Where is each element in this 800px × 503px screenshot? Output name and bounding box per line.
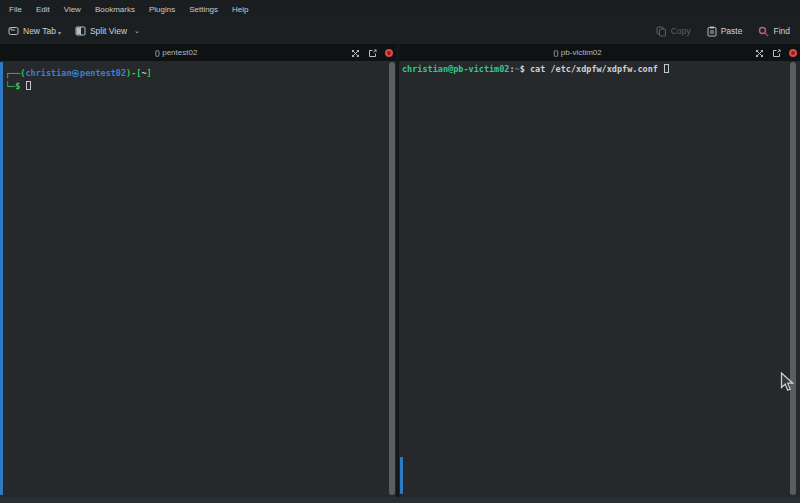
split-view-chevron-down-icon[interactable]: ⌄ [134, 27, 140, 35]
find-magnifier-icon [758, 26, 769, 37]
prompt-dollar: $ [520, 64, 530, 74]
right-pane-scrollbar[interactable] [790, 62, 796, 495]
terminal-cursor [664, 64, 669, 73]
left-pane-focus-bar [0, 62, 3, 495]
close-pane-button[interactable] [385, 49, 393, 57]
left-pane-title: () pentest02 [0, 44, 352, 61]
close-pane-button[interactable] [789, 49, 797, 57]
right-pane-header[interactable]: () pb-victim02 [399, 44, 800, 61]
menu-view[interactable]: View [57, 5, 88, 14]
typed-command: cat /etc/xdpfw/xdpfw.conf [530, 64, 663, 74]
prompt-frame: )-[ [126, 68, 141, 78]
menu-bookmarks[interactable]: Bookmarks [88, 5, 142, 14]
left-terminal-output: ┌──(christian㉿pentest02)-[~] └─$ [0, 61, 396, 92]
prompt-frame: ┌──( [5, 68, 25, 78]
maximize-pane-icon[interactable] [755, 44, 764, 62]
menu-settings[interactable]: Settings [182, 5, 225, 14]
copy-button: Copy [656, 26, 691, 37]
left-pane-scrollbar[interactable] [389, 62, 395, 495]
new-tab-dropdown-caret[interactable]: ▾ [58, 29, 61, 36]
prompt-userhost: christian@pb-victim02 [402, 64, 509, 74]
menu-edit[interactable]: Edit [29, 5, 57, 14]
konsole-window: File Edit View Bookmarks Plugins Setting… [0, 0, 800, 503]
right-terminal-pane[interactable]: christian@pb-victim02:~$ cat /etc/xdpfw/… [399, 61, 800, 497]
right-pane-title: () pb-victim02 [399, 44, 756, 61]
new-tab-button[interactable]: New Tab ▾ [8, 26, 61, 36]
split-view-label: Split View [90, 26, 127, 36]
menu-plugins[interactable]: Plugins [142, 5, 182, 14]
new-tab-label: New Tab [23, 26, 56, 36]
maximize-pane-icon[interactable] [351, 44, 360, 62]
detach-pane-icon[interactable] [772, 44, 781, 62]
left-terminal-pane[interactable]: ┌──(christian㉿pentest02)-[~] └─$ [0, 61, 396, 497]
new-tab-icon [8, 26, 19, 36]
menu-help[interactable]: Help [225, 5, 255, 14]
prompt-frame: ] [147, 68, 152, 78]
mouse-pointer-icon [780, 372, 795, 397]
menubar: File Edit View Bookmarks Plugins Setting… [0, 0, 800, 18]
copy-label: Copy [671, 26, 691, 36]
find-label: Find [773, 26, 790, 36]
window-bottom-edge [0, 497, 800, 503]
split-view-icon [75, 26, 86, 36]
find-button[interactable]: Find [758, 26, 790, 37]
split-view-button[interactable]: Split View ⌄ [75, 26, 140, 36]
prompt-dollar: └─$ [5, 81, 25, 91]
paste-icon [707, 26, 717, 37]
toolbar: New Tab ▾ Split View ⌄ Copy [0, 18, 800, 44]
terminal-cursor [26, 81, 31, 90]
detach-pane-icon[interactable] [368, 44, 377, 62]
prompt-userhost: christian㉿pentest02 [25, 68, 126, 78]
menu-file[interactable]: File [2, 5, 29, 14]
paste-label: Paste [721, 26, 743, 36]
copy-icon [656, 26, 667, 37]
right-pane-newline-bar [400, 457, 403, 494]
paste-button[interactable]: Paste [707, 26, 743, 37]
left-pane-header[interactable]: () pentest02 [0, 44, 396, 61]
right-terminal-output: christian@pb-victim02:~$ cat /etc/xdpfw/… [399, 61, 800, 76]
